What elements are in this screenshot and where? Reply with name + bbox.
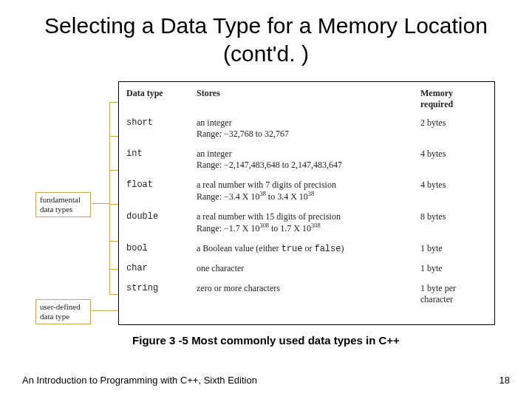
- cell-type: int: [126, 149, 197, 159]
- leader-line: [92, 203, 109, 204]
- footer-left: An Introduction to Programming with C++,…: [22, 375, 257, 386]
- cell-stores: an integer Range: −2,147,483,648 to 2,14…: [197, 149, 420, 171]
- cell-stores: a real number with 7 digits of precision…: [197, 180, 420, 202]
- cell-memory: 2 bytes: [420, 117, 487, 129]
- bracket-tick: [109, 136, 118, 137]
- table-row: bool a Boolean value (either true or fal…: [119, 239, 494, 259]
- category-fundamental: fundamental data types: [35, 192, 91, 217]
- table-row: float a real number with 7 digits of pre…: [119, 175, 494, 207]
- table-row: char one character 1 byte: [119, 259, 494, 279]
- bracket-tick: [109, 241, 118, 242]
- cell-stores: a Boolean value (either true or false): [197, 243, 420, 254]
- cell-type: double: [126, 211, 197, 222]
- stores-range: Range: −1.7 X 10308 to 1.7 X 10308: [197, 222, 413, 234]
- table-header: Data type Stores Memory required: [119, 82, 494, 113]
- table-row: short an integer Range: −32,768 to 32,76…: [119, 113, 494, 144]
- cell-type: string: [126, 283, 197, 293]
- table-row: int an integer Range: −2,147,483,648 to …: [119, 144, 494, 175]
- header-stores: Stores: [197, 88, 420, 99]
- stores-range: Range: −32,768 to 32,767: [197, 129, 413, 140]
- stores-range: Range: −3.4 X 1038 to 3.4 X 1038: [197, 191, 413, 202]
- figure-container: fundamental data types user-defined data…: [22, 81, 510, 325]
- stores-text: one character: [197, 263, 413, 274]
- cell-type: short: [126, 117, 197, 128]
- table-row: double a real number with 15 digits of p…: [119, 207, 494, 239]
- header-memory: Memory required: [420, 88, 487, 110]
- cell-memory: 1 byte: [420, 263, 487, 274]
- cell-memory: 1 byte per character: [420, 283, 487, 305]
- slide-title: Selecting a Data Type for a Memory Locat…: [0, 0, 532, 73]
- cell-memory: 4 bytes: [420, 149, 487, 160]
- cell-type: float: [126, 180, 197, 190]
- figure-caption: Figure 3 -5 Most commonly used data type…: [0, 334, 532, 347]
- bracket-tick: [109, 170, 118, 171]
- cell-memory: 4 bytes: [420, 180, 487, 191]
- stores-text: a Boolean value (either true or false): [197, 243, 413, 254]
- cell-stores: a real number with 15 digits of precisio…: [197, 211, 420, 234]
- header-data-type: Data type: [126, 88, 197, 99]
- bracket-tick: [109, 204, 118, 205]
- stores-text: an integer: [197, 149, 413, 160]
- stores-text: zero or more characters: [197, 283, 413, 294]
- data-type-table: Data type Stores Memory required short a…: [118, 81, 495, 325]
- stores-text: an integer: [197, 117, 413, 129]
- cell-stores: an integer Range: −32,768 to 32,767: [197, 117, 420, 140]
- bracket-line: [109, 102, 110, 294]
- bracket-tick: [109, 269, 118, 270]
- cell-type: char: [126, 263, 197, 273]
- stores-range: Range: −2,147,483,648 to 2,147,483,647: [197, 160, 413, 171]
- bracket-tick: [109, 294, 118, 295]
- bracket-tick: [109, 102, 118, 103]
- page-number: 18: [499, 375, 510, 386]
- category-user-defined: user-defined data type: [35, 299, 91, 324]
- leader-line: [92, 310, 118, 311]
- cell-memory: 8 bytes: [420, 211, 487, 222]
- cell-memory: 1 byte: [420, 243, 487, 254]
- cell-stores: one character: [197, 263, 420, 274]
- stores-text: a real number with 7 digits of precision: [197, 180, 413, 191]
- cell-type: bool: [126, 243, 197, 253]
- table-row: string zero or more characters 1 byte pe…: [119, 279, 494, 310]
- cell-stores: zero or more characters: [197, 283, 420, 294]
- stores-text: a real number with 15 digits of precisio…: [197, 211, 413, 222]
